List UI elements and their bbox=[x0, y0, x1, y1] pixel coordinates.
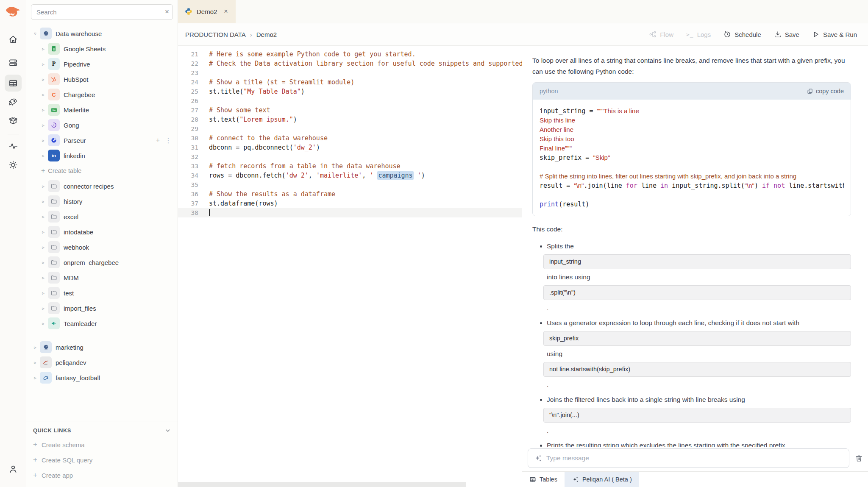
caret-right-icon[interactable]: ▹ bbox=[40, 61, 46, 67]
flow-button[interactable]: Flow bbox=[649, 31, 673, 38]
tree-item-marketing[interactable]: ▹marketing bbox=[26, 340, 178, 355]
code-segment: ) bbox=[754, 182, 762, 189]
sidebar: × ▿Data warehouse▹Google Sheets▹PPipedri… bbox=[26, 0, 178, 487]
schedule-button[interactable]: Schedule bbox=[723, 31, 761, 38]
caret-right-icon[interactable]: ▹ bbox=[40, 138, 46, 143]
save-button[interactable]: Save bbox=[774, 31, 799, 38]
add-icon[interactable]: + bbox=[156, 136, 160, 144]
explanation-bullet: Uses a generator expression to loop thro… bbox=[547, 317, 851, 390]
rail-account-button[interactable] bbox=[0, 465, 26, 474]
tree-item-google-sheets[interactable]: ▹Google Sheets bbox=[26, 41, 178, 56]
caret-right-icon[interactable]: ▹ bbox=[40, 77, 46, 82]
tree-item-linkedin[interactable]: ▹inlinkedin bbox=[26, 148, 178, 163]
caret-right-icon[interactable]: ▹ bbox=[40, 92, 46, 97]
peliqan-logo[interactable] bbox=[0, 5, 26, 19]
mailerlite-icon: lite bbox=[48, 104, 60, 116]
ai-conversation: To loop over all lines of a string that … bbox=[522, 46, 868, 447]
breadcrumb-parent[interactable]: PRODUCTION DATA bbox=[185, 31, 246, 38]
caret-right-icon[interactable]: ▹ bbox=[40, 122, 46, 128]
quick-link-create-app[interactable]: +Create app bbox=[33, 471, 171, 479]
editor-line-37: 37st.dataframe(rows) bbox=[178, 199, 522, 208]
caret-right-icon[interactable]: ▹ bbox=[40, 107, 46, 113]
breadcrumb-separator: › bbox=[250, 31, 252, 38]
caret-right-icon[interactable]: ▹ bbox=[40, 153, 46, 159]
create-table-action[interactable]: +Create table bbox=[26, 163, 178, 178]
rail-database-button[interactable] bbox=[0, 58, 26, 67]
caret-right-icon[interactable]: ▹ bbox=[40, 214, 46, 220]
sidebar-search: × bbox=[31, 4, 173, 20]
copy-code-button[interactable]: copy code bbox=[807, 86, 844, 97]
code-segment: not bbox=[773, 182, 785, 189]
caret-right-icon[interactable]: ▹ bbox=[40, 229, 46, 235]
caret-right-icon[interactable]: ▹ bbox=[40, 184, 46, 189]
code-segment: """This is a line bbox=[597, 107, 639, 114]
editor-line-21: 21# Here is some example Python code to … bbox=[178, 50, 522, 59]
code-segment: "Lorem ipsum." bbox=[239, 116, 293, 123]
caret-right-icon[interactable]: ▹ bbox=[40, 260, 46, 265]
search-input[interactable] bbox=[31, 4, 173, 20]
caret-right-icon[interactable]: ▹ bbox=[40, 275, 46, 281]
tree-item-fantasy-football[interactable]: ▹fantasy_football bbox=[26, 370, 178, 385]
kebab-menu-icon[interactable]: ⋮ bbox=[165, 136, 172, 145]
tree-item-intodatabe[interactable]: ▹intodatabe bbox=[26, 224, 178, 239]
tab-peliqan-ai[interactable]: Peliqan AI ( Beta ) bbox=[565, 472, 639, 487]
folder-icon bbox=[48, 195, 60, 207]
code-segment: line.startswith(skip_prefix)) bbox=[785, 182, 844, 189]
tree-item-connector-recipes[interactable]: ▹connector recipes bbox=[26, 178, 178, 194]
caret-right-icon[interactable]: ▹ bbox=[32, 360, 38, 365]
clear-chat-button[interactable] bbox=[855, 454, 863, 462]
tree-item-excel[interactable]: ▹excel bbox=[26, 209, 178, 224]
code-segment: for bbox=[626, 182, 637, 189]
ai-code-line: Skip this line bbox=[540, 116, 844, 125]
tree-item-webhook[interactable]: ▹webhook bbox=[26, 239, 178, 255]
ai-message-input[interactable] bbox=[546, 454, 843, 462]
caret-right-icon[interactable]: ▹ bbox=[40, 245, 46, 250]
tab-close-icon[interactable]: × bbox=[224, 8, 228, 15]
tree-item-teamleader[interactable]: ▹Teamleader bbox=[26, 316, 178, 331]
rail-monitoring-button[interactable] bbox=[0, 142, 26, 151]
tree-item-hubspot[interactable]: ▹HubSpot bbox=[26, 72, 178, 87]
tree-item-label: connector recipes bbox=[64, 183, 114, 190]
tree-item-test[interactable]: ▹test bbox=[26, 285, 178, 301]
search-clear-icon[interactable]: × bbox=[165, 7, 169, 17]
quick-link-create-schema[interactable]: +Create schema bbox=[33, 440, 171, 449]
caret-right-icon[interactable]: ▹ bbox=[40, 290, 46, 296]
rail-apps-button[interactable] bbox=[0, 97, 26, 107]
tree-item-parseur[interactable]: ▹Parseur+⋮ bbox=[26, 133, 178, 148]
rail-settings-button[interactable] bbox=[0, 160, 26, 170]
tree-item-data-warehouse[interactable]: ▿Data warehouse bbox=[26, 26, 178, 41]
caret-right-icon[interactable]: ▹ bbox=[40, 199, 46, 204]
code-segment: st.dataframe(rows) bbox=[209, 200, 278, 207]
tab-demo2[interactable]: Demo2 × bbox=[178, 0, 236, 23]
rail-divider bbox=[0, 51, 26, 51]
caret-right-icon[interactable]: ▹ bbox=[40, 46, 46, 52]
editor-line-36: 36# Show the results as a dataframe bbox=[178, 189, 522, 199]
caret-right-icon[interactable]: ▹ bbox=[40, 321, 46, 326]
caret-down-icon[interactable]: ▿ bbox=[32, 31, 38, 36]
caret-right-icon[interactable]: ▹ bbox=[32, 345, 38, 350]
tree-item-gong[interactable]: ▹Gong bbox=[26, 117, 178, 133]
tree-item-pipedrive[interactable]: ▹PPipedrive bbox=[26, 56, 178, 72]
code-segment: 'mailerlite' bbox=[316, 172, 362, 179]
icon-rail bbox=[0, 0, 26, 487]
tree-item-peliqandev[interactable]: ▹peliqandev bbox=[26, 355, 178, 370]
tab-tables[interactable]: Tables bbox=[522, 472, 565, 487]
caret-right-icon[interactable]: ▹ bbox=[40, 306, 46, 311]
ai-code-line: print(result) bbox=[540, 200, 844, 209]
quick-link-create-sql-query[interactable]: +Create SQL query bbox=[33, 456, 171, 464]
rail-tables-button-active[interactable] bbox=[0, 75, 26, 92]
tree-item-chargebee[interactable]: ▹CChargebee bbox=[26, 87, 178, 102]
logs-button[interactable]: >_Logs bbox=[686, 31, 711, 38]
editor-horizontal-scrollbar[interactable] bbox=[178, 482, 466, 487]
rail-home-button[interactable] bbox=[0, 35, 26, 44]
tree-item-mailerlite[interactable]: ▹liteMailerlite bbox=[26, 102, 178, 117]
tree-item-import-files[interactable]: ▹import_files bbox=[26, 301, 178, 316]
save-run-button[interactable]: Save & Run bbox=[812, 31, 857, 38]
caret-right-icon[interactable]: ▹ bbox=[32, 375, 38, 381]
code-editor[interactable]: 21# Here is some example Python code to … bbox=[178, 46, 522, 487]
rail-marketplace-button[interactable] bbox=[0, 116, 26, 125]
tree-item-mdm[interactable]: ▹MDM bbox=[26, 270, 178, 285]
quick-links-header[interactable]: QUICK LINKS bbox=[33, 427, 171, 434]
tree-item-onprem-chargebee[interactable]: ▹onprem_chargebee bbox=[26, 255, 178, 270]
tree-item-history[interactable]: ▹history bbox=[26, 194, 178, 209]
